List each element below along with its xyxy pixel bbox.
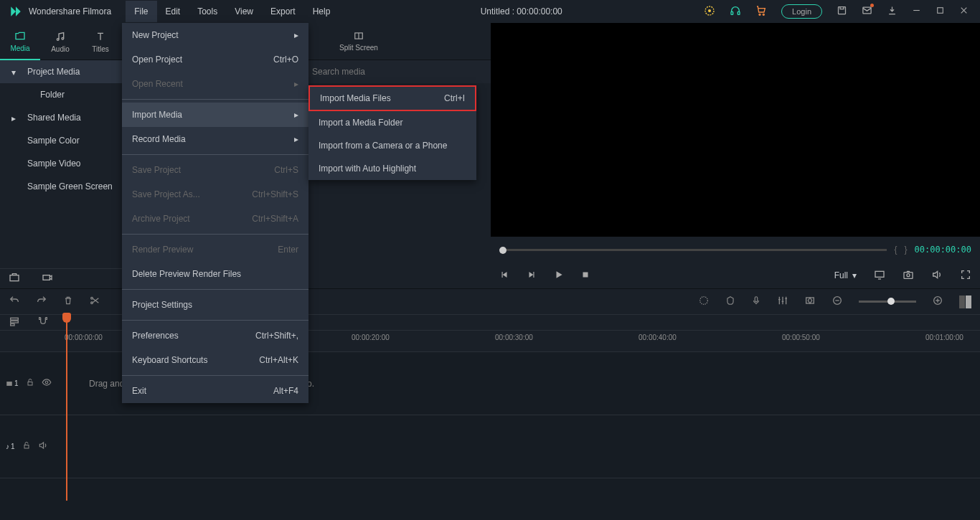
- zoom-in-icon[interactable]: [932, 295, 943, 308]
- quality-select[interactable]: Full ▾: [834, 270, 857, 280]
- sm-import-camera[interactable]: Import from a Camera or a Phone: [308, 134, 476, 157]
- record-icon[interactable]: [42, 272, 53, 285]
- message-icon[interactable]: [862, 5, 872, 18]
- preview-controls: { } 00:00:00:00 Full ▾: [491, 237, 980, 288]
- sm-import-highlight[interactable]: Import with Auto Highlight: [308, 157, 476, 180]
- minimize-icon[interactable]: [912, 6, 921, 17]
- ruler-mark: 00:01:00:00: [925, 334, 963, 341]
- scrubber-handle[interactable]: [499, 247, 507, 254]
- redo-icon[interactable]: [36, 295, 47, 308]
- prev-frame-icon[interactable]: [499, 270, 509, 282]
- track-num: 1: [14, 379, 19, 387]
- save-icon[interactable]: [837, 5, 847, 18]
- login-button[interactable]: Login: [781, 4, 822, 19]
- fm-delete-render[interactable]: Delete Preview Render Files: [122, 262, 308, 286]
- maximize-icon[interactable]: [936, 6, 945, 17]
- chevron-right-icon: ▸: [11, 113, 16, 123]
- snapshot-icon[interactable]: [903, 269, 914, 283]
- sidebar-label: Project Media: [27, 67, 80, 77]
- sidebar-item-folder[interactable]: Folder: [0, 83, 126, 106]
- svg-rect-8: [938, 8, 943, 14]
- svg-rect-3: [738, 11, 740, 14]
- fm-project-settings[interactable]: Project Settings: [122, 293, 308, 317]
- volume-icon[interactable]: [931, 269, 943, 283]
- render-icon[interactable]: [698, 295, 710, 308]
- sm-import-files[interactable]: Import Media FilesCtrl+I: [308, 85, 476, 111]
- audio-track-1[interactable]: ♪1: [0, 415, 980, 478]
- fm-open-project[interactable]: Open ProjectCtrl+O: [122, 47, 308, 72]
- track-manager-icon[interactable]: [9, 316, 20, 329]
- tab-media[interactable]: Media: [0, 23, 40, 60]
- preview-scrubber[interactable]: [499, 249, 887, 251]
- display-icon[interactable]: [874, 269, 885, 283]
- ruler-mark: 00:00:30:00: [495, 334, 533, 341]
- tips-icon[interactable]: [704, 5, 715, 19]
- sidebar-item-sample-video[interactable]: Sample Video: [0, 152, 126, 175]
- fm-exit[interactable]: ExitAlt+F4: [122, 379, 308, 403]
- menu-help[interactable]: Help: [304, 1, 339, 22]
- fullscreen-icon[interactable]: [960, 269, 971, 283]
- svg-rect-30: [755, 297, 758, 302]
- visibility-icon[interactable]: [42, 377, 52, 389]
- mute-icon[interactable]: [38, 440, 48, 453]
- delete-icon[interactable]: [63, 295, 73, 308]
- fm-record-media[interactable]: Record Media▸: [122, 127, 308, 151]
- tab-audio[interactable]: Audio: [40, 23, 80, 60]
- lock-icon[interactable]: [26, 378, 34, 389]
- fm-import-media[interactable]: Import Media▸: [122, 103, 308, 127]
- mode-tabs: Media Audio Titles: [0, 23, 121, 60]
- split-icon[interactable]: [89, 295, 100, 308]
- sidebar-item-project-media[interactable]: ▾ Project Media: [0, 60, 126, 83]
- svg-point-29: [700, 297, 708, 305]
- fm-save-project[interactable]: Save ProjectCtrl+S: [122, 158, 308, 182]
- svg-rect-23: [583, 272, 588, 277]
- close-icon[interactable]: [959, 6, 969, 17]
- lock-icon[interactable]: [22, 441, 31, 452]
- fm-new-project[interactable]: New Project▸: [122, 23, 308, 47]
- zoom-slider[interactable]: [859, 301, 916, 303]
- titlebar: Wondershare Filmora File Edit Tools View…: [0, 0, 980, 23]
- menu-tools[interactable]: Tools: [189, 1, 226, 22]
- menu-export[interactable]: Export: [262, 1, 304, 22]
- sidebar-label: Folder: [40, 90, 65, 100]
- magnet-icon[interactable]: [37, 316, 49, 329]
- play-icon[interactable]: [554, 270, 564, 282]
- menu-edit[interactable]: Edit: [157, 1, 189, 22]
- voiceover-icon[interactable]: [751, 295, 761, 308]
- menu-view[interactable]: View: [226, 1, 262, 22]
- split-screen-button[interactable]: Split Screen: [339, 31, 378, 52]
- fm-render-preview[interactable]: Render PreviewEnter: [122, 237, 308, 262]
- tab-titles-label: Titles: [92, 45, 109, 53]
- sidebar-item-shared-media[interactable]: ▸ Shared Media: [0, 106, 126, 129]
- undo-icon[interactable]: [9, 295, 20, 308]
- zoom-slider-thumb[interactable]: [887, 298, 895, 305]
- next-frame-icon[interactable]: [527, 270, 537, 282]
- tab-titles[interactable]: Titles: [80, 23, 121, 60]
- playhead[interactable]: [66, 314, 67, 501]
- menu-file[interactable]: File: [126, 1, 156, 22]
- fm-open-recent[interactable]: Open Recent▸: [122, 72, 308, 96]
- zoom-out-icon[interactable]: [831, 295, 843, 308]
- cart-icon[interactable]: [755, 5, 767, 19]
- bracket-open[interactable]: {: [894, 245, 897, 255]
- headphones-icon[interactable]: [730, 5, 741, 19]
- bracket-close[interactable]: }: [905, 245, 908, 255]
- sidebar-item-sample-color[interactable]: Sample Color: [0, 129, 126, 152]
- marker-icon[interactable]: [725, 295, 735, 308]
- fm-keyboard-shortcuts[interactable]: Keyboard ShortcutsCtrl+Alt+K: [122, 348, 308, 372]
- empty-track[interactable]: [0, 478, 980, 520]
- svg-rect-12: [43, 275, 50, 280]
- download-icon[interactable]: [887, 5, 897, 18]
- svg-point-1: [708, 9, 711, 12]
- fm-preferences[interactable]: PreferencesCtrl+Shift+,: [122, 323, 308, 348]
- zoom-fit-icon[interactable]: [959, 296, 971, 308]
- fm-archive-project[interactable]: Archive ProjectCtrl+Shift+A: [122, 207, 308, 231]
- sm-import-folder[interactable]: Import a Media Folder: [308, 111, 476, 134]
- import-icon[interactable]: [9, 272, 20, 285]
- stop-icon[interactable]: [581, 270, 590, 281]
- keyframe-icon[interactable]: [804, 295, 816, 308]
- mixer-icon[interactable]: [777, 295, 788, 308]
- svg-rect-36: [11, 323, 14, 326]
- fm-save-project-as[interactable]: Save Project As...Ctrl+Shift+S: [122, 182, 308, 207]
- sidebar-item-sample-green[interactable]: Sample Green Screen: [0, 175, 126, 198]
